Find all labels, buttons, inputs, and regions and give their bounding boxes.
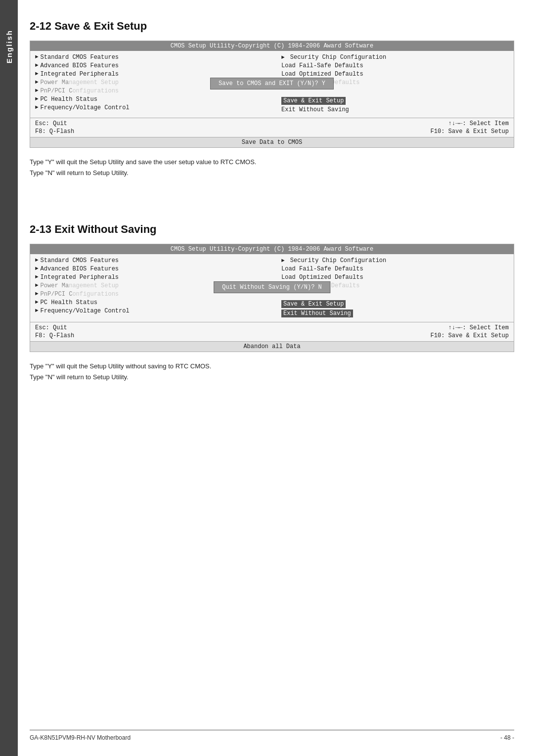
bios1-item-4: Power Management Setup [41,79,119,86]
section2-desc-line1: Type "Y" will quit the Setup Utility wit… [30,361,514,372]
list-item: ► Security Chip Configuration [274,54,509,61]
arrow-icon: ► [35,282,39,288]
bios2-footer: Esc: Quit F8: Q-Flash ↑↓→←: Select Item … [30,322,514,341]
bios-screen-1: CMOS Setup Utility-Copyright (C) 1984-20… [30,41,514,148]
list-item: Load Optimized Defaults [274,71,509,78]
list-item: ► PC Health Status [35,96,269,103]
bios1-footer-bottom: Save Data to CMOS [30,137,514,147]
list-item: ► Standard CMOS Features [35,257,269,264]
side-tab: English [0,0,18,756]
bios1-footer-esc: Esc: Quit [35,120,74,127]
section2-desc-line2: Type "N" will return to Setup Utility. [30,372,514,383]
arrow-icon: ► [35,266,39,271]
arrow-icon: ► [35,96,39,102]
bios2-dialog: Quit Without Saving (Y/N)? N [214,281,330,293]
bios1-footer-right: ↑↓→←: Select Item F10: Save & Exit Setup [431,120,509,135]
bios1-footer-f10: F10: Save & Exit Setup [431,128,509,135]
bios2-footer-f8: F8: Q-Flash [35,332,74,339]
section2-desc: Type "Y" will quit the Setup Utility wit… [30,361,514,383]
bios-screen-2: CMOS Setup Utility-Copyright (C) 1984-20… [30,244,514,352]
bios2-exit-nosave: Exit Without Saving [274,310,509,317]
bios1-footer-left: Esc: Quit F8: Q-Flash [35,120,74,135]
list-item: ► Standard CMOS Features [35,54,269,61]
bios2-item-7: Frequency/Voltage Control [41,308,130,314]
bios2-footer-f10: F10: Save & Exit Setup [431,332,509,339]
list-item: Load Optimized Defaults [274,274,509,281]
list-item: ► PC Health Status [35,299,269,306]
side-tab-label: English [5,30,13,63]
bios2-footer-bottom: Abandon all Data [30,341,514,352]
section1-heading: 2-12 Save & Exit Setup [30,20,514,33]
arrow-icon: ► [281,258,285,264]
bios1-save-exit: Save & Exit Setup [274,97,509,105]
bios1-footer: Esc: Quit F8: Q-Flash ↑↓→←: Select Item … [30,118,514,137]
section1-desc: Type "Y" will quit the Setup Utility and… [30,157,514,178]
bios2-item-6: PC Health Status [41,299,97,306]
arrow-icon: ► [35,62,39,68]
bios2-body: ► Standard CMOS Features ► Advanced BIOS… [30,254,514,322]
bios1-body: ► Standard CMOS Features ► Advanced BIOS… [30,51,514,118]
section2-heading: 2-13 Exit Without Saving [30,223,514,236]
list-item: ► Frequency/Voltage Control [35,104,269,111]
footer-left: GA-K8N51PVM9-RH-NV Motherboard [30,734,131,741]
footer-right: - 48 - [500,734,514,741]
page-footer: GA-K8N51PVM9-RH-NV Motherboard - 48 - [30,730,514,741]
bios2-item-5: PnP/PCI Configurations [41,291,119,298]
bios1-exit-nosave: Exit Without Saving [274,106,509,113]
bios1-footer-arrows: ↑↓→←: Select Item [431,120,509,127]
list-item: ► Advanced BIOS Features [35,266,269,272]
arrow-icon: ► [35,54,39,60]
bios2-item-3: Integrated Peripherals [41,274,119,281]
arrow-icon: ► [35,308,39,313]
bios2-item-2: Advanced BIOS Features [41,266,119,272]
section1-desc-line2: Type "N" will return to Setup Utility. [30,168,514,178]
arrow-icon: ► [281,54,285,60]
arrow-icon: ► [35,71,39,77]
bios2-footer-esc: Esc: Quit [35,324,74,331]
arrow-icon: ► [35,257,39,263]
bios1-item-3: Integrated Peripherals [41,71,119,78]
bios1-item-2: Advanced BIOS Features [41,62,119,69]
section1-desc-line1: Type "Y" will quit the Setup Utility and… [30,157,514,168]
list-item: ► Security Chip Configuration [274,257,509,264]
bios1-item-5: PnP/PCI Configurations [41,88,119,94]
bios1-title: CMOS Setup Utility-Copyright (C) 1984-20… [30,41,514,51]
bios1-item-1: Standard CMOS Features [41,54,119,61]
bios2-title: CMOS Setup Utility-Copyright (C) 1984-20… [30,244,514,254]
list-item: Load Fail-Safe Defaults [274,62,509,69]
arrow-icon: ► [35,88,39,93]
list-item: ► Integrated Peripherals [35,71,269,78]
list-item: Load Fail-Safe Defaults [274,266,509,272]
bios2-footer-left: Esc: Quit F8: Q-Flash [35,324,74,339]
list-item: ► Frequency/Voltage Control [35,308,269,314]
bios1-dialog: Save to CMOS and EXIT (Y/N)? Y [210,78,334,89]
section-gap [30,193,514,223]
arrow-icon: ► [35,79,39,85]
bios2-item-4: Power Management Setup [41,282,119,289]
arrow-icon: ► [35,104,39,110]
arrow-icon: ► [35,299,39,305]
bios2-save-exit: Save & Exit Setup [274,300,509,308]
bios2-footer-arrows: ↑↓→←: Select Item [431,324,509,331]
bios2-item-1: Standard CMOS Features [41,257,119,264]
arrow-icon: ► [35,274,39,280]
bios1-item-6: PC Health Status [41,96,97,103]
main-content: 2-12 Save & Exit Setup CMOS Setup Utilit… [30,0,514,427]
bios1-item-7: Frequency/Voltage Control [41,104,130,111]
arrow-icon: ► [35,291,39,297]
bios2-footer-right: ↑↓→←: Select Item F10: Save & Exit Setup [431,324,509,339]
list-item: ► Integrated Peripherals [35,274,269,281]
list-item: ► Advanced BIOS Features [35,62,269,69]
bios1-footer-f8: F8: Q-Flash [35,128,74,135]
